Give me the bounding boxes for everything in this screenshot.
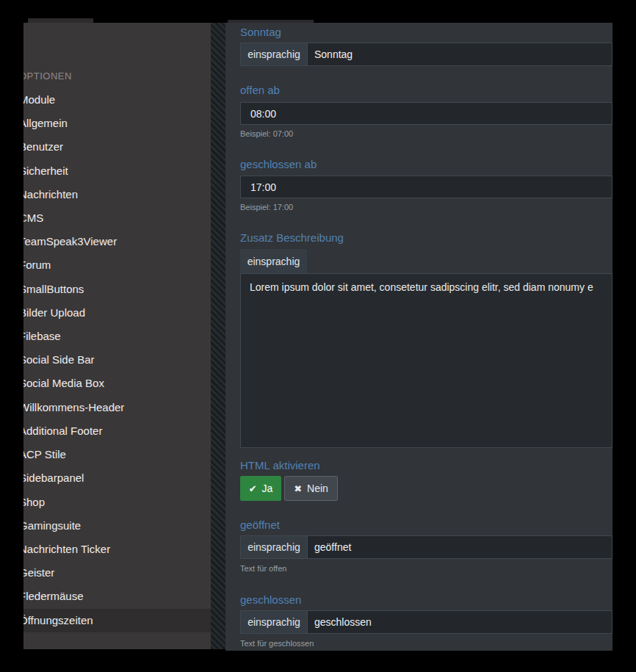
sidebar-item-benutzer[interactable]: Benutzer [24,135,211,159]
sidebar-item-nachrichten-ticker[interactable]: Nachrichten Ticker [24,538,211,561]
geschlossen-helper: Text für geschlossen [240,638,314,648]
ja-button-label: Ja [262,483,273,494]
sidebar-section-optionen: OPTIONEN [24,65,211,88]
sidebar-item-sicherheit[interactable]: Sicherheit [24,159,211,183]
check-icon: ✔ [249,483,257,494]
field-label-sonntag: Sonntag [240,26,281,39]
field-label-geschlossen-ab: geschlossen ab [240,158,317,171]
cross-icon: ✖ [294,483,302,494]
main-form-panel: Sonntag einsprachig offen ab Beispiel: 0… [225,23,612,651]
language-prefix-badge: einsprachig [241,536,308,558]
sidebar-section-pakete: PAKETE [24,647,211,649]
sidebar-item-social-side-bar[interactable]: Social Side Bar [24,348,211,372]
language-tab-einsprachig[interactable]: einsprachig [240,249,307,273]
sonntag-input[interactable] [308,43,612,65]
geoeffnet-helper: Text für offen [240,563,286,574]
sidebar-item-shop[interactable]: Shop [24,491,211,514]
sidebar-item-additional-footer[interactable]: Additional Footer [24,419,211,443]
sidebar-item-forum[interactable]: Forum [24,253,211,277]
geoeffnet-input[interactable] [308,536,612,558]
language-prefix-badge: einsprachig [241,43,308,65]
geschlossen-ab-input[interactable] [240,176,612,198]
offen-ab-input[interactable] [240,102,612,125]
field-label-html-aktivieren: HTML aktivieren [240,459,320,472]
sidebar-item-oeffnungszeiten-active[interactable]: Öffnungszeiten [24,609,211,632]
sidebar-item-teamspeak3viewer[interactable]: TeamSpeak3Viewer [24,230,211,253]
offen-ab-helper: Beispiel: 07:00 [240,129,293,139]
nein-button[interactable]: ✖ Nein [284,476,338,501]
sidebar-item-cms[interactable]: CMS [24,206,211,230]
geschlossen-lang-row: einsprachig [240,610,612,634]
field-label-geschlossen: geschlossen [240,593,301,607]
sidebar-item-geister[interactable]: Geister [24,561,211,585]
stripe-divider [211,23,225,649]
sidebar: OPTIONEN Module Allgemein Benutzer Siche… [24,23,211,649]
nein-button-label: Nein [307,483,328,494]
sidebar-item-sidebarpanel[interactable]: Sidebarpanel [24,466,211,490]
sidebar-item-module[interactable]: Module [24,88,211,112]
sidebar-item-gamingsuite[interactable]: Gamingsuite [24,514,211,538]
geschlossen-input[interactable] [308,611,612,633]
sidebar-item-bilder-upload[interactable]: Bilder Upload [24,301,211,325]
sidebar-item-willkommens-header[interactable]: Willkommens-Header [24,396,211,419]
field-label-offen-ab: offen ab [240,84,280,97]
sidebar-item-nachrichten[interactable]: Nachrichten [24,183,211,206]
sidebar-item-smallbuttons[interactable]: SmallButtons [24,278,211,301]
ja-button[interactable]: ✔ Ja [240,476,281,501]
acp-settings-screen: OPTIONEN Module Allgemein Benutzer Siche… [0,0,636,672]
field-label-geoeffnet: geöffnet [240,519,280,532]
sidebar-item-filebase[interactable]: Filebase [24,325,211,348]
sidebar-item-fledermaeuse[interactable]: Fledermäuse [24,585,211,608]
sidebar-item-acp-stile[interactable]: ACP Stile [24,443,211,466]
sidebar-item-social-media-box[interactable]: Social Media Box [24,372,211,395]
zusatz-beschreibung-textarea[interactable]: Lorem ipsum dolor sit amet, consetetur s… [240,273,612,448]
field-label-zusatz-beschreibung: Zusatz Beschreibung [240,231,344,245]
sonntag-lang-row: einsprachig [240,43,612,66]
language-prefix-badge: einsprachig [241,611,308,633]
sidebar-item-allgemein[interactable]: Allgemein [24,112,211,135]
geschlossen-ab-helper: Beispiel: 17:00 [240,202,293,212]
geoeffnet-lang-row: einsprachig [240,535,612,559]
